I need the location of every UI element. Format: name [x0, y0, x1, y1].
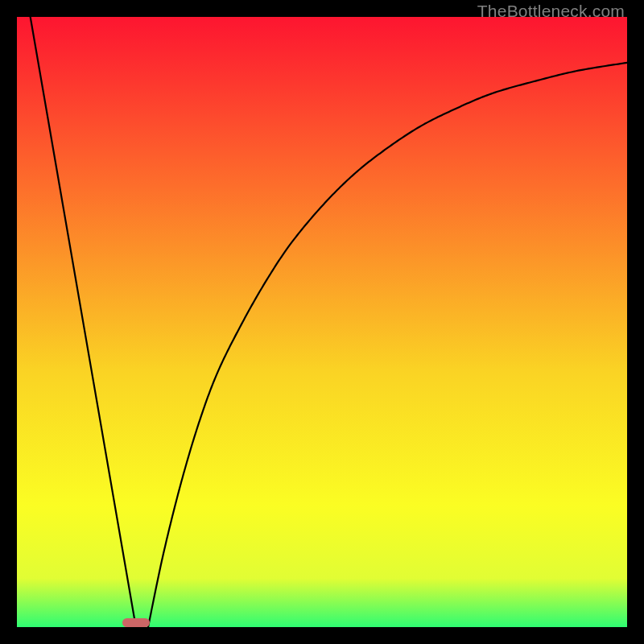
bottleneck-marker [122, 618, 150, 627]
bottleneck-chart [17, 17, 627, 627]
gradient-background [17, 17, 627, 627]
chart-frame [17, 17, 627, 627]
